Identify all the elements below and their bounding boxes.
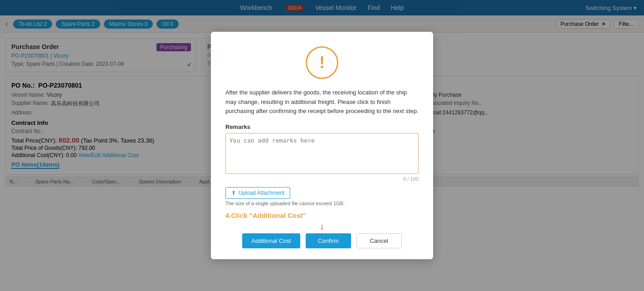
upload-note: The size of a single uploaded file canno… xyxy=(225,201,419,206)
remarks-textarea[interactable] xyxy=(225,133,419,174)
remarks-label: Remarks xyxy=(225,123,419,130)
arrow-down-icon: ↓ xyxy=(225,221,419,232)
additional-cost-button[interactable]: Additional Cost xyxy=(242,233,300,248)
upload-icon: ⬆ xyxy=(231,190,236,196)
upload-attachment-button[interactable]: ⬆ Upload Attachment xyxy=(225,187,290,199)
remarks-char-count: 0 / 100 xyxy=(225,176,419,182)
modal-icon-wrapper: ! xyxy=(225,46,419,79)
confirm-button[interactable]: Confirm xyxy=(306,233,351,248)
modal-footer: Additional Cost Confirm Cancel xyxy=(225,233,419,248)
modal-message: After the supplier delivers the goods, t… xyxy=(225,88,419,116)
upload-btn-label: Upload Attachment xyxy=(239,190,284,196)
modal-overlay: ! After the supplier delivers the goods,… xyxy=(0,0,644,291)
modal-dialog: ! After the supplier delivers the goods,… xyxy=(211,32,433,259)
click-instruction: 4.Click "Additional Cost" xyxy=(225,212,419,219)
cancel-button[interactable]: Cancel xyxy=(356,233,402,248)
warning-icon: ! xyxy=(306,46,338,79)
